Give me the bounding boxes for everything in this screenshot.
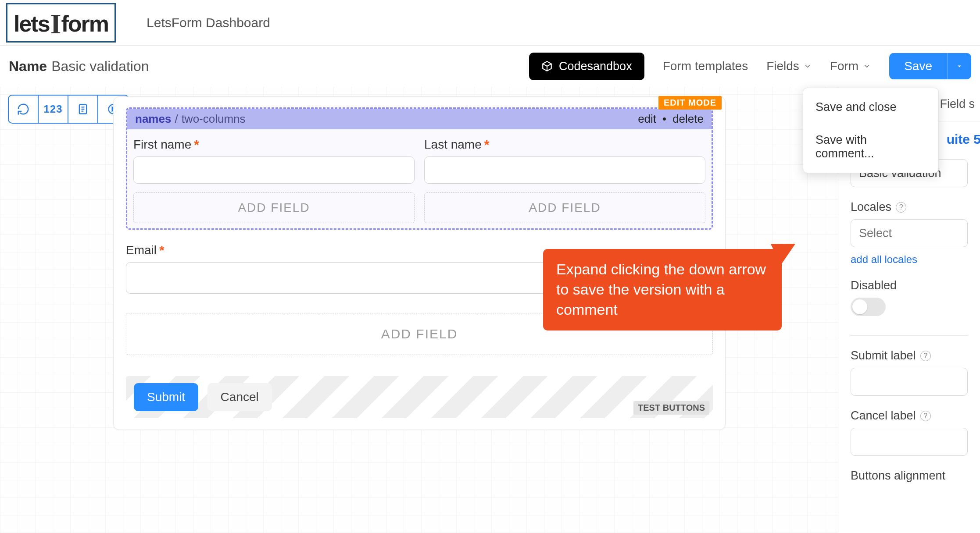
test-buttons-badge: TEST BUTTONS <box>633 401 709 415</box>
fields-label: Fields <box>766 59 799 73</box>
cube-icon <box>541 60 553 72</box>
cancel-label-text: Cancel label <box>851 409 916 423</box>
chevron-down-icon <box>863 62 871 70</box>
instruction-callout: Expand clicking the down arrow to save t… <box>543 249 782 330</box>
group-name: names <box>135 112 171 126</box>
save-label: Save <box>904 59 932 73</box>
submit-label-text: Submit label <box>851 349 916 362</box>
save-and-close-item[interactable]: Save and close <box>803 91 938 124</box>
buttons-row: Submit Cancel TEST BUTTONS <box>126 376 713 418</box>
required-asterisk-icon: * <box>159 243 165 258</box>
form-templates-label: Form templates <box>663 59 748 73</box>
tool-rail: 123 <box>8 95 129 124</box>
form-name-value: Basic validation <box>51 58 149 75</box>
last-name-text: Last name <box>424 138 482 152</box>
group-delete-link[interactable]: delete <box>672 112 704 126</box>
submit-label-label: Submit label ? <box>851 349 968 362</box>
submit-button[interactable]: Submit <box>134 383 198 411</box>
add-field-slot-left[interactable]: ADD FIELD <box>133 192 415 223</box>
dashboard-title: LetsForm Dashboard <box>147 15 270 30</box>
first-name-input[interactable] <box>133 156 415 184</box>
field-group-names: names / two-columns edit • delete First … <box>126 107 713 230</box>
dot-separator: • <box>662 112 666 126</box>
form-name-label: Name <box>9 58 47 75</box>
tab-field[interactable]: Field s <box>940 97 975 121</box>
numbers-tool-label: 123 <box>43 103 62 115</box>
submit-label-input[interactable] <box>851 368 968 396</box>
save-dropdown-button[interactable] <box>947 53 971 79</box>
disabled-label: Disabled <box>851 279 968 292</box>
chevron-down-icon <box>804 62 812 70</box>
cancel-label-label: Cancel label ? <box>851 409 968 423</box>
buttons-alignment-text: Buttons alignment <box>851 469 945 483</box>
caret-down-icon <box>955 62 963 70</box>
locales-label-text: Locales <box>851 200 891 214</box>
locales-label: Locales ? <box>851 200 968 214</box>
form-menu-label: Form <box>830 59 858 73</box>
reload-icon <box>17 103 30 116</box>
notes-tool[interactable] <box>68 96 98 123</box>
edit-mode-badge: EDIT MODE <box>658 96 722 110</box>
last-name-input[interactable] <box>424 156 705 184</box>
form-toolbar: Name Basic validation Codesandbox Form t… <box>0 46 980 87</box>
save-with-comment-item[interactable]: Save with comment... <box>803 124 938 170</box>
required-asterisk-icon: * <box>194 137 199 152</box>
cancel-button[interactable]: Cancel <box>207 383 272 411</box>
reload-tool[interactable] <box>9 96 39 123</box>
logo-text-i: I <box>50 8 61 40</box>
codesandbox-button[interactable]: Codesandbox <box>529 53 644 80</box>
help-icon[interactable]: ? <box>920 351 931 361</box>
fields-menu[interactable]: Fields <box>766 59 812 73</box>
note-icon <box>77 103 89 115</box>
logo-text-lets: lets <box>14 11 50 37</box>
save-button[interactable]: Save <box>889 53 947 79</box>
first-name-label: First name * <box>133 137 415 152</box>
topbar: lets I form LetsForm Dashboard <box>0 0 980 46</box>
required-asterisk-icon: * <box>484 137 490 152</box>
codesandbox-label: Codesandbox <box>559 60 632 73</box>
group-type: two-columns <box>182 112 246 126</box>
save-split-button: Save <box>889 53 971 79</box>
group-separator: / <box>175 112 178 126</box>
sidebar-body: Locales ? add all locales Disabled Submi… <box>838 155 980 483</box>
sidebar-separator <box>851 335 968 336</box>
add-field-slot-right[interactable]: ADD FIELD <box>424 192 705 223</box>
buttons-alignment-label: Buttons alignment <box>851 469 968 483</box>
help-icon[interactable]: ? <box>896 202 906 213</box>
email-text: Email <box>126 243 157 257</box>
cancel-label-input[interactable] <box>851 428 968 456</box>
save-dropdown-menu: Save and close Save with comment... <box>803 88 939 173</box>
disabled-label-text: Disabled <box>851 279 897 292</box>
column-right: Last name * ADD FIELD <box>424 137 705 223</box>
logo-text-form: form <box>61 11 109 37</box>
disabled-toggle[interactable] <box>851 298 886 316</box>
group-actions: edit • delete <box>638 112 704 126</box>
logo[interactable]: lets I form <box>6 3 116 43</box>
group-header: names / two-columns edit • delete <box>127 109 712 129</box>
numbers-tool[interactable]: 123 <box>39 96 68 123</box>
add-all-locales-link[interactable]: add all locales <box>851 253 917 266</box>
form-templates-menu[interactable]: Form templates <box>663 59 748 73</box>
locales-select[interactable] <box>851 219 968 247</box>
column-left: First name * ADD FIELD <box>133 137 415 223</box>
canvas-area: 123 EDIT MODE names / two-columns edit • <box>0 87 838 533</box>
form-menu[interactable]: Form <box>830 59 871 73</box>
callout-text: Expand clicking the down arrow to save t… <box>556 261 766 318</box>
group-edit-link[interactable]: edit <box>638 112 656 126</box>
last-name-label: Last name * <box>424 137 705 152</box>
help-icon[interactable]: ? <box>920 411 931 421</box>
first-name-text: First name <box>133 138 191 152</box>
